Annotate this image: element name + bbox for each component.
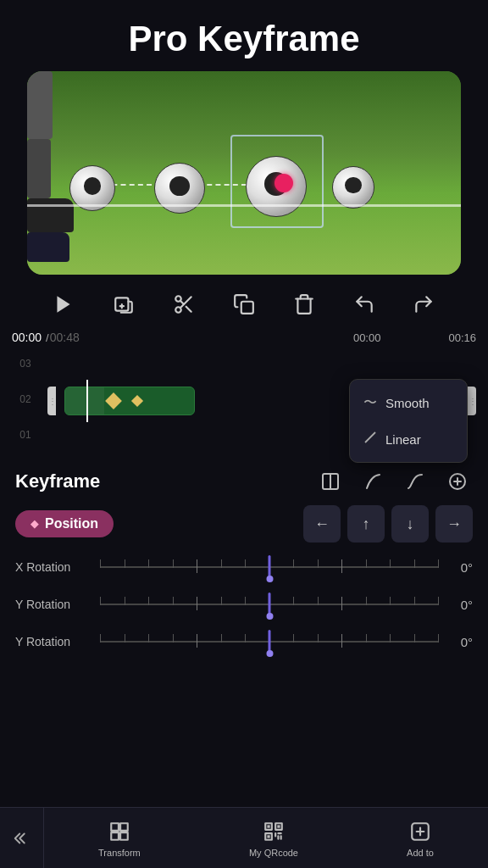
smooth-icon: 〜 — [363, 394, 377, 412]
keyframe-icons — [315, 466, 473, 497]
tracks-container: ⋮ ⋮ 〜 Smooth — [47, 346, 476, 456]
undo-button[interactable] — [348, 288, 380, 320]
svg-line-7 — [186, 307, 191, 312]
nav-item-add[interactable]: Add to — [396, 814, 444, 863]
soccer-ball-2 — [154, 163, 205, 214]
x-rotation-label: X Rotation — [15, 560, 92, 574]
track-num-3: 03 — [12, 346, 39, 381]
keyframe-add-icon[interactable] — [442, 466, 473, 497]
add-clip-button[interactable] — [108, 288, 140, 320]
timeline-end-time: 00:16 — [448, 331, 476, 344]
x-rotation-row: X Rotation — [15, 554, 473, 580]
player-boot-2 — [27, 232, 69, 262]
dropdown-item-smooth[interactable]: 〜 Smooth — [350, 385, 467, 421]
y-rotation-row-1: Y Rotation — [15, 592, 473, 617]
arrow-up-button[interactable]: ↑ — [347, 505, 385, 542]
y-rotation-thumb-2 — [269, 630, 271, 654]
y-rotation-row-2: Y Rotation — [15, 629, 473, 654]
svg-marker-0 — [58, 296, 70, 313]
track-numbers: 03 02 01 — [12, 346, 39, 453]
y-rotation-track-2 — [100, 641, 439, 643]
interpolation-dropdown: 〜 Smooth Linear — [349, 379, 468, 463]
copy-button[interactable] — [228, 288, 260, 320]
app-title: Pro Keyframe — [0, 19, 488, 59]
keyframe-ease-icon[interactable] — [400, 466, 430, 497]
x-rotation-value: 0° — [447, 560, 473, 575]
nav-back-button[interactable] — [0, 808, 44, 869]
player-sock-1 — [27, 71, 53, 139]
transform-icon — [107, 819, 132, 844]
dropdown-item-linear[interactable]: Linear — [350, 421, 467, 457]
svg-line-10 — [365, 432, 375, 442]
svg-rect-9 — [241, 302, 253, 314]
track-area: 03 02 01 ⋮ ⋮ 〜 — [0, 346, 488, 456]
svg-line-8 — [180, 301, 184, 304]
track-handle-left[interactable]: ⋮ — [47, 387, 56, 415]
play-button[interactable] — [47, 288, 80, 320]
bottom-navigation: Transform My QRcode — [0, 807, 488, 868]
tracking-dot — [274, 174, 293, 192]
delete-button[interactable] — [288, 288, 320, 320]
y-rotation-label-1: Y Rotation — [15, 598, 92, 611]
player-sock-2 — [27, 139, 51, 198]
timeline-bar: 00:00 / 00:48 00:00 00:16 — [0, 329, 488, 346]
x-rotation-track — [100, 566, 439, 568]
position-label: Position — [45, 516, 98, 531]
keyframe-box-icon[interactable] — [315, 466, 346, 497]
keyframe-header: Keyframe — [15, 466, 473, 497]
nav-items: Transform My QRcode — [44, 814, 488, 863]
total-time: 00:48 — [50, 331, 80, 344]
redo-button[interactable] — [408, 288, 440, 320]
keyframe-section: Keyframe — [0, 456, 488, 671]
track-num-1: 01 — [12, 417, 39, 453]
main-clip[interactable] — [64, 387, 196, 415]
linear-icon — [363, 431, 377, 448]
track-num-2: 02 — [12, 381, 39, 417]
nav-item-qrcode[interactable]: My QRcode — [239, 814, 308, 863]
y-rotation-value-1: 0° — [447, 598, 473, 612]
keyframe-diamond — [105, 392, 122, 409]
playhead — [86, 380, 88, 422]
svg-rect-18 — [111, 832, 119, 840]
qrcode-label: My QRcode — [249, 848, 298, 858]
y-rotation-track-1 — [100, 604, 439, 605]
player-boot-1 — [27, 198, 74, 232]
y-rotation-value-2: 0° — [447, 635, 473, 649]
svg-rect-16 — [111, 823, 119, 831]
qrcode-icon — [261, 819, 286, 844]
svg-rect-19 — [120, 832, 128, 840]
y-rotation-slider-1[interactable] — [100, 592, 439, 617]
position-row: Position ← ↑ ↓ → — [15, 505, 473, 542]
track-row-2[interactable]: ⋮ ⋮ 〜 Smooth — [47, 383, 476, 419]
keyframe-title: Keyframe — [15, 470, 100, 492]
track-handle-right[interactable]: ⋮ — [468, 387, 476, 415]
smooth-label: Smooth — [385, 396, 430, 410]
x-rotation-slider[interactable] — [100, 554, 439, 580]
cut-button[interactable] — [168, 288, 200, 320]
linear-label: Linear — [385, 432, 421, 447]
track-row-3 — [47, 346, 476, 381]
keyframe-curve-icon[interactable] — [358, 466, 388, 497]
arrow-down-button[interactable]: ↓ — [391, 505, 429, 542]
add-label: Add to — [407, 848, 434, 858]
soccer-ball-1 — [69, 165, 115, 211]
nav-item-transform[interactable]: Transform — [88, 814, 151, 863]
transform-label: Transform — [98, 848, 141, 858]
svg-rect-24 — [277, 825, 280, 827]
position-badge[interactable]: Position — [15, 510, 114, 537]
svg-rect-23 — [267, 825, 269, 827]
app-header: Pro Keyframe — [0, 0, 488, 71]
video-preview — [27, 71, 461, 275]
y-rotation-label-2: Y Rotation — [15, 635, 92, 648]
timeline-marker-00: 00:00 — [353, 331, 381, 344]
add-icon — [408, 819, 433, 844]
arrow-left-button[interactable]: ← — [303, 505, 341, 542]
soccer-ball-4 — [332, 166, 374, 209]
video-toolbar — [0, 280, 488, 329]
grass-background — [27, 71, 461, 275]
current-time: 00:00 — [12, 331, 42, 344]
time-separator: / — [46, 331, 49, 344]
arrow-right-button[interactable]: → — [435, 505, 473, 542]
y-rotation-slider-2[interactable] — [100, 629, 439, 654]
svg-rect-25 — [267, 835, 269, 837]
